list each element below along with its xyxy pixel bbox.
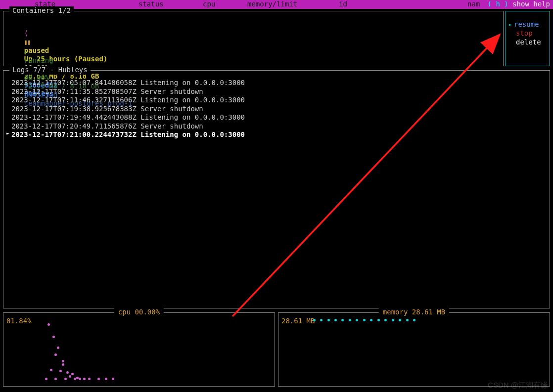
data-point: [384, 319, 387, 321]
col-status: status: [138, 0, 164, 9]
data-point: [88, 378, 91, 380]
data-point: [47, 323, 50, 326]
cpu-plot-area: [33, 317, 272, 383]
data-point: [406, 319, 409, 321]
container-row[interactable]: ( ❚❚ paused Up 25 hours (Paused) 00.00% …: [7, 20, 499, 29]
col-cpu: cpu: [203, 0, 215, 9]
data-point: [413, 319, 415, 321]
data-point: [105, 378, 107, 380]
data-point: [64, 378, 67, 380]
row-state: running: [24, 56, 123, 65]
col-id: id: [339, 0, 347, 9]
data-point: [69, 375, 71, 378]
data-point: [71, 373, 74, 375]
help-hint[interactable]: ( h ) show help: [488, 0, 550, 9]
data-point: [392, 319, 394, 321]
memory-plot-area: [308, 317, 547, 383]
log-line: 2023-12-17T07:11:35.852788507Z Server sh…: [4, 87, 549, 96]
data-point: [59, 370, 62, 372]
running-icon: ✓: [24, 49, 34, 56]
action-label: resume: [514, 20, 539, 29]
action-delete[interactable]: delete: [506, 38, 550, 47]
containers-panel: Containers 1/2 ( ❚❚ paused Up 25 hours (…: [3, 11, 504, 66]
data-point: [83, 378, 86, 380]
data-point: [112, 378, 114, 380]
container-row[interactable]: ✓ running Up 24 hours 00.00% 72.75 MB / …: [7, 30, 499, 39]
data-point: [349, 319, 351, 321]
help-label: show help: [512, 0, 550, 8]
memory-graph-title: memory 28.61 MB: [379, 308, 449, 317]
watermark: CSDN @江湖有缘: [488, 381, 548, 390]
selection-indicator-icon: ►: [509, 22, 512, 28]
data-point: [50, 369, 52, 371]
col-name: nam: [467, 0, 480, 9]
action-label: stop: [516, 29, 533, 38]
data-point: [399, 319, 401, 321]
data-point: [377, 319, 380, 321]
data-point: [76, 377, 79, 379]
data-point: [341, 319, 344, 321]
data-point: [334, 319, 337, 321]
data-point: [327, 319, 330, 321]
data-point: [62, 360, 64, 362]
log-line: 2023-12-17T07:11:46.327113606Z Listening…: [4, 96, 549, 105]
action-stop[interactable]: stop: [506, 29, 550, 38]
data-point: [57, 347, 59, 349]
col-memory: memory/limit: [247, 0, 297, 9]
data-point: [45, 378, 47, 380]
log-line: 2023-12-17T07:19:49.442443088Z Listening…: [4, 113, 549, 122]
actions-panel: ►resumestopdelete: [506, 11, 550, 66]
action-resume[interactable]: ►resume: [506, 20, 550, 29]
data-point: [54, 378, 57, 380]
help-key: ( h ): [488, 0, 508, 8]
cpu-graph-panel: cpu 00.00% 01.84%: [3, 312, 275, 387]
data-point: [313, 319, 316, 321]
action-label: delete: [516, 38, 541, 47]
logs-panel: Logs 7/7 - Hubleys 2023-12-17T07:05:07.8…: [3, 70, 550, 308]
current-log-indicator-icon: ►: [6, 131, 9, 137]
row-state: paused: [24, 46, 113, 55]
data-point: [97, 378, 100, 380]
containers-title: Containers 1/2: [9, 6, 74, 15]
memory-graph-panel: memory 28.61 MB 28.61 MB: [278, 312, 550, 387]
data-point: [62, 363, 64, 366]
header-bar: state status cpu memory/limit id nam ( h…: [0, 0, 553, 9]
cpu-y-axis: 01.84%: [6, 317, 32, 326]
logs-title: Logs 7/7 - Hubleys: [9, 66, 91, 75]
data-point: [66, 371, 69, 374]
log-line: 2023-12-17T07:20:49.711565876Z Server sh…: [4, 122, 549, 131]
data-point: [356, 319, 358, 321]
log-line: 2023-12-17T07:19:38.925678383Z Server sh…: [4, 105, 549, 114]
log-line: 2023-12-17T07:21:00.224473732Z Listening…: [4, 131, 549, 139]
cpu-graph-title: cpu 00.00%: [114, 308, 164, 317]
data-point: [320, 319, 323, 321]
data-point: [370, 319, 372, 321]
data-point: [52, 336, 55, 338]
log-line: 2023-12-17T07:05:07.841486058Z Listening…: [4, 79, 549, 87]
data-point: [363, 319, 366, 321]
data-point: [54, 353, 57, 356]
data-point: [79, 378, 81, 380]
